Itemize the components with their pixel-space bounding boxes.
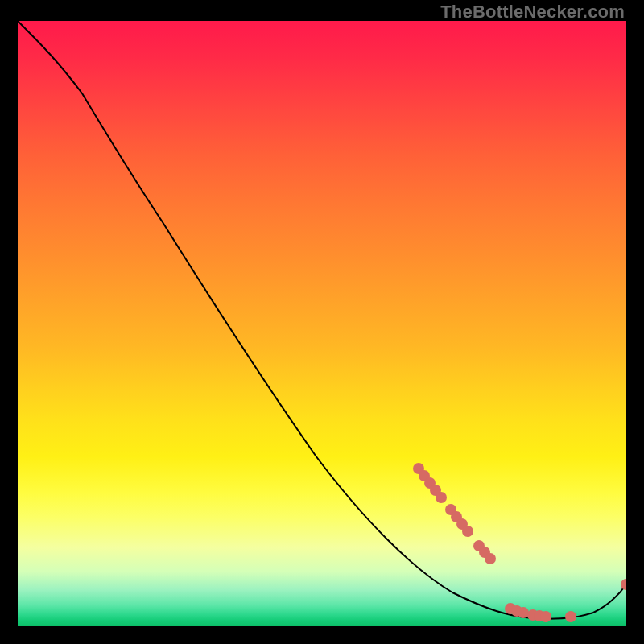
svg-point-19 bbox=[621, 579, 626, 590]
markers-upper bbox=[413, 463, 496, 564]
svg-point-18 bbox=[565, 611, 576, 622]
markers-bottom bbox=[505, 579, 626, 622]
svg-point-8 bbox=[462, 526, 473, 537]
chart-frame: TheBottleNecker.com bbox=[0, 0, 644, 644]
svg-point-4 bbox=[436, 492, 447, 503]
chart-svg bbox=[18, 21, 626, 626]
bottleneck-curve bbox=[18, 21, 626, 619]
svg-point-17 bbox=[540, 611, 551, 622]
svg-point-11 bbox=[485, 553, 496, 564]
attribution-label: TheBottleNecker.com bbox=[440, 2, 625, 23]
plot-area bbox=[18, 21, 626, 626]
svg-point-14 bbox=[518, 607, 529, 618]
